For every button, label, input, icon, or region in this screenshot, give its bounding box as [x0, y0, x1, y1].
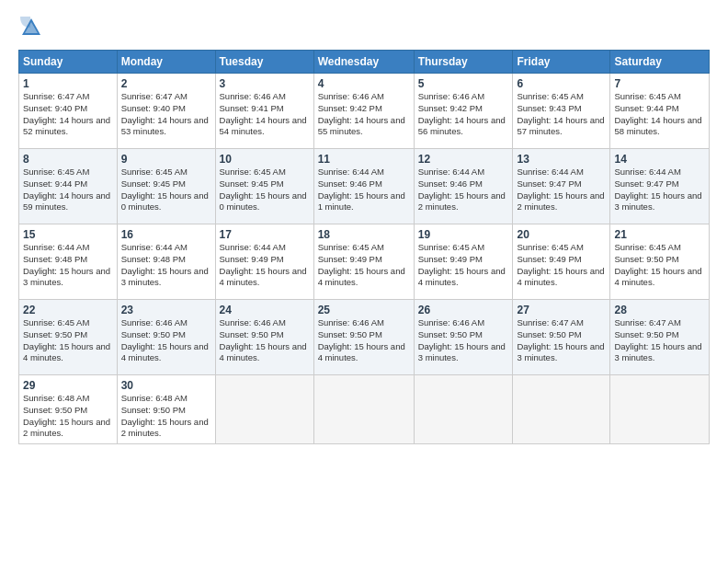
day-info: Sunrise: 6:44 AMSunset: 9:47 PMDaylight:…: [614, 167, 705, 213]
day-info: Sunrise: 6:45 AMSunset: 9:49 PMDaylight:…: [318, 242, 410, 289]
day-info: Sunrise: 6:45 AMSunset: 9:44 PMDaylight:…: [23, 167, 113, 213]
calendar-week-row: 8Sunrise: 6:45 AMSunset: 9:44 PMDaylight…: [19, 149, 710, 224]
calendar-cell: 7Sunrise: 6:45 AMSunset: 9:44 PMDaylight…: [610, 74, 710, 149]
calendar-header: SundayMondayTuesdayWednesdayThursdayFrid…: [19, 51, 710, 74]
calendar-cell: 20Sunrise: 6:45 AMSunset: 9:49 PMDayligh…: [513, 224, 610, 300]
day-info: Sunrise: 6:46 AMSunset: 9:50 PMDaylight:…: [318, 317, 410, 364]
calendar-cell: 12Sunrise: 6:44 AMSunset: 9:46 PMDayligh…: [414, 149, 513, 224]
day-info: Sunrise: 6:46 AMSunset: 9:50 PMDaylight:…: [121, 317, 211, 364]
day-info: Sunrise: 6:44 AMSunset: 9:46 PMDaylight:…: [318, 167, 410, 213]
calendar-cell: 15Sunrise: 6:44 AMSunset: 9:48 PMDayligh…: [19, 224, 118, 300]
day-number: 13: [517, 153, 606, 166]
calendar-cell: 23Sunrise: 6:46 AMSunset: 9:50 PMDayligh…: [117, 300, 215, 375]
day-number: 21: [614, 228, 705, 241]
day-info: Sunrise: 6:45 AMSunset: 9:44 PMDaylight:…: [614, 91, 705, 138]
day-info: Sunrise: 6:45 AMSunset: 9:49 PMDaylight:…: [517, 242, 606, 289]
calendar-cell: 29Sunrise: 6:48 AMSunset: 9:50 PMDayligh…: [19, 375, 118, 444]
calendar-cell: [414, 375, 513, 444]
col-header-tuesday: Tuesday: [215, 51, 313, 74]
day-number: 28: [614, 304, 705, 316]
calendar-cell: 2Sunrise: 6:47 AMSunset: 9:40 PMDaylight…: [117, 74, 215, 149]
day-info: Sunrise: 6:46 AMSunset: 9:41 PMDaylight:…: [220, 91, 310, 138]
day-info: Sunrise: 6:47 AMSunset: 9:50 PMDaylight:…: [517, 317, 606, 364]
calendar-week-row: 22Sunrise: 6:45 AMSunset: 9:50 PMDayligh…: [19, 300, 710, 375]
calendar-cell: 18Sunrise: 6:45 AMSunset: 9:49 PMDayligh…: [313, 224, 414, 300]
calendar-cell: 28Sunrise: 6:47 AMSunset: 9:50 PMDayligh…: [610, 300, 710, 375]
calendar-cell: 10Sunrise: 6:45 AMSunset: 9:45 PMDayligh…: [215, 149, 313, 224]
logo-icon: [18, 15, 44, 40]
day-info: Sunrise: 6:45 AMSunset: 9:49 PMDaylight:…: [418, 242, 509, 289]
day-info: Sunrise: 6:44 AMSunset: 9:47 PMDaylight:…: [517, 167, 606, 213]
calendar-cell: 13Sunrise: 6:44 AMSunset: 9:47 PMDayligh…: [513, 149, 610, 224]
day-number: 7: [614, 77, 705, 90]
day-number: 2: [121, 77, 211, 90]
col-header-wednesday: Wednesday: [313, 51, 414, 74]
col-header-saturday: Saturday: [610, 51, 710, 74]
day-info: Sunrise: 6:48 AMSunset: 9:50 PMDaylight:…: [23, 393, 113, 440]
day-number: 10: [220, 153, 310, 166]
calendar-cell: [513, 375, 610, 444]
col-header-monday: Monday: [117, 51, 215, 74]
day-info: Sunrise: 6:46 AMSunset: 9:50 PMDaylight:…: [418, 317, 509, 364]
calendar-cell: 3Sunrise: 6:46 AMSunset: 9:41 PMDaylight…: [215, 74, 313, 149]
day-info: Sunrise: 6:44 AMSunset: 9:46 PMDaylight:…: [418, 167, 509, 213]
col-header-sunday: Sunday: [19, 51, 118, 74]
calendar-cell: 14Sunrise: 6:44 AMSunset: 9:47 PMDayligh…: [610, 149, 710, 224]
day-info: Sunrise: 6:48 AMSunset: 9:50 PMDaylight:…: [121, 393, 211, 440]
day-info: Sunrise: 6:45 AMSunset: 9:45 PMDaylight:…: [220, 167, 310, 213]
calendar-cell: 4Sunrise: 6:46 AMSunset: 9:42 PMDaylight…: [313, 74, 414, 149]
calendar-cell: 1Sunrise: 6:47 AMSunset: 9:40 PMDaylight…: [19, 74, 118, 149]
calendar-cell: 6Sunrise: 6:45 AMSunset: 9:43 PMDaylight…: [513, 74, 610, 149]
day-number: 24: [220, 304, 310, 316]
calendar-cell: 19Sunrise: 6:45 AMSunset: 9:49 PMDayligh…: [414, 224, 513, 300]
day-number: 20: [517, 228, 606, 241]
col-header-friday: Friday: [513, 51, 610, 74]
day-number: 25: [318, 304, 410, 316]
day-number: 4: [318, 77, 410, 90]
calendar-table: SundayMondayTuesdayWednesdayThursdayFrid…: [18, 50, 710, 444]
day-number: 27: [517, 304, 606, 316]
col-header-thursday: Thursday: [414, 51, 513, 74]
day-number: 12: [418, 153, 509, 166]
calendar-cell: 26Sunrise: 6:46 AMSunset: 9:50 PMDayligh…: [414, 300, 513, 375]
day-info: Sunrise: 6:47 AMSunset: 9:40 PMDaylight:…: [23, 91, 113, 138]
calendar-cell: 25Sunrise: 6:46 AMSunset: 9:50 PMDayligh…: [313, 300, 414, 375]
calendar-cell: 5Sunrise: 6:46 AMSunset: 9:42 PMDaylight…: [414, 74, 513, 149]
calendar-cell: 24Sunrise: 6:46 AMSunset: 9:50 PMDayligh…: [215, 300, 313, 375]
day-info: Sunrise: 6:45 AMSunset: 9:50 PMDaylight:…: [614, 242, 705, 289]
day-number: 1: [23, 77, 113, 90]
day-info: Sunrise: 6:45 AMSunset: 9:50 PMDaylight:…: [23, 317, 113, 364]
day-info: Sunrise: 6:47 AMSunset: 9:40 PMDaylight:…: [121, 91, 211, 138]
calendar-cell: 27Sunrise: 6:47 AMSunset: 9:50 PMDayligh…: [513, 300, 610, 375]
day-number: 29: [23, 379, 113, 392]
day-number: 8: [23, 153, 113, 166]
calendar-week-row: 1Sunrise: 6:47 AMSunset: 9:40 PMDaylight…: [19, 74, 710, 149]
day-number: 11: [318, 153, 410, 166]
day-number: 16: [121, 228, 211, 241]
calendar-cell: 16Sunrise: 6:44 AMSunset: 9:48 PMDayligh…: [117, 224, 215, 300]
day-number: 17: [220, 228, 310, 241]
day-number: 14: [614, 153, 705, 166]
day-number: 15: [23, 228, 113, 241]
calendar-cell: [313, 375, 414, 444]
day-info: Sunrise: 6:46 AMSunset: 9:42 PMDaylight:…: [418, 91, 509, 138]
day-info: Sunrise: 6:46 AMSunset: 9:50 PMDaylight:…: [220, 317, 310, 364]
page-header: [18, 15, 710, 40]
day-number: 18: [318, 228, 410, 241]
day-info: Sunrise: 6:44 AMSunset: 9:49 PMDaylight:…: [220, 242, 310, 289]
day-number: 22: [23, 304, 113, 316]
calendar-cell: 17Sunrise: 6:44 AMSunset: 9:49 PMDayligh…: [215, 224, 313, 300]
day-number: 26: [418, 304, 509, 316]
day-number: 5: [418, 77, 509, 90]
day-number: 6: [517, 77, 606, 90]
calendar-cell: 30Sunrise: 6:48 AMSunset: 9:50 PMDayligh…: [117, 375, 215, 444]
day-info: Sunrise: 6:47 AMSunset: 9:50 PMDaylight:…: [614, 317, 705, 364]
day-number: 9: [121, 153, 211, 166]
calendar-cell: 8Sunrise: 6:45 AMSunset: 9:44 PMDaylight…: [19, 149, 118, 224]
day-info: Sunrise: 6:45 AMSunset: 9:45 PMDaylight:…: [121, 167, 211, 213]
calendar-cell: 22Sunrise: 6:45 AMSunset: 9:50 PMDayligh…: [19, 300, 118, 375]
day-number: 30: [121, 379, 211, 392]
calendar-week-row: 29Sunrise: 6:48 AMSunset: 9:50 PMDayligh…: [19, 375, 710, 444]
day-info: Sunrise: 6:46 AMSunset: 9:42 PMDaylight:…: [318, 91, 410, 138]
logo: [18, 15, 48, 40]
